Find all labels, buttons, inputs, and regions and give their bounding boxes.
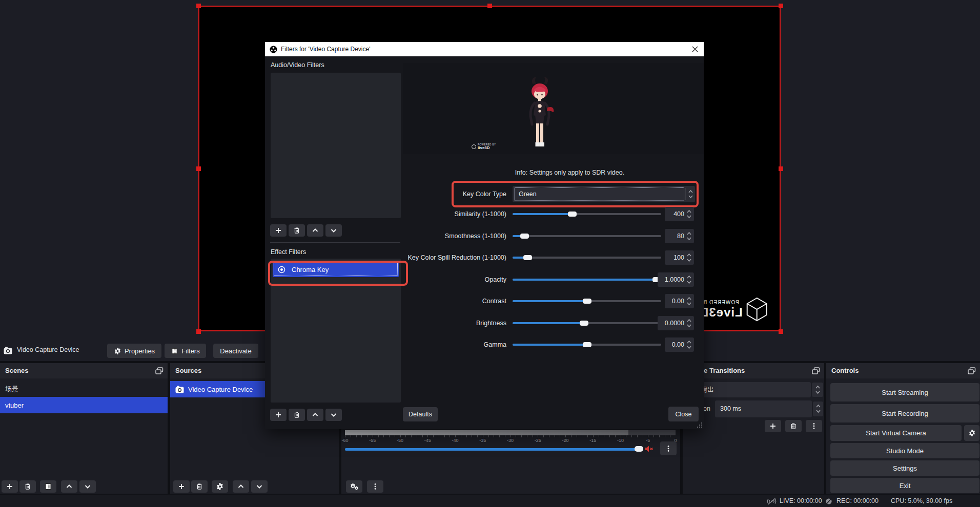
meter-tick-label: -5 <box>642 438 654 443</box>
record-status-icon <box>825 498 832 505</box>
move-effect-filter-down-button[interactable] <box>325 409 342 421</box>
slider-label: Smoothness (1-1000) <box>405 229 506 243</box>
slider-track[interactable] <box>513 257 661 259</box>
controls-panel-header: Controls <box>826 363 980 378</box>
duration-arrows[interactable] <box>813 402 823 416</box>
slider-value-input[interactable]: 100 <box>665 250 694 265</box>
meter-tick-label: -20 <box>559 438 571 443</box>
mixer-menu-button[interactable] <box>367 480 383 493</box>
selection-handle[interactable] <box>487 4 492 8</box>
start-streaming-button[interactable]: Start Streaming <box>830 383 979 402</box>
slider-track[interactable] <box>513 322 661 324</box>
move-source-down-button[interactable] <box>251 480 268 493</box>
meter-ticks <box>345 435 676 437</box>
mixer-options-button[interactable] <box>660 441 677 455</box>
chroma-key-highlight <box>268 261 408 286</box>
transition-menu-button[interactable] <box>806 420 822 432</box>
deactivate-button[interactable]: Deactivate <box>213 344 258 358</box>
slider-value-input[interactable]: 1.0000 <box>658 272 694 287</box>
move-source-up-button[interactable] <box>233 480 249 493</box>
slider-handle[interactable] <box>523 255 532 260</box>
slider-label: Gamma <box>405 337 506 352</box>
volume-slider[interactable] <box>345 448 637 451</box>
move-scene-down-button[interactable] <box>79 480 96 493</box>
vtuber-character <box>523 77 556 153</box>
defaults-button[interactable]: Defaults <box>403 407 438 421</box>
start-virtual-camera-button[interactable]: Start Virtual Camera <box>830 425 962 441</box>
live3d-cube-icon <box>746 297 768 322</box>
add-effect-filter-button[interactable] <box>270 409 287 421</box>
selection-handle[interactable] <box>196 4 201 8</box>
selected-source-label: Video Capture Device <box>17 346 79 353</box>
slider-handle[interactable] <box>583 342 591 347</box>
advanced-audio-button[interactable] <box>346 480 362 493</box>
mute-icon[interactable] <box>645 445 654 453</box>
add-transition-button[interactable] <box>765 420 781 432</box>
dialog-close-button-bottom[interactable]: Close <box>668 407 699 421</box>
add-scene-button[interactable] <box>2 480 18 493</box>
resize-grip[interactable] <box>697 422 703 428</box>
slider-value-input[interactable]: 400 <box>665 207 694 221</box>
filter-icon <box>171 347 178 355</box>
gear-icon <box>114 347 121 355</box>
slider-value-input[interactable]: 0.00 <box>665 337 694 352</box>
remove-av-filter-button[interactable] <box>289 224 305 237</box>
move-av-filter-down-button[interactable] <box>325 224 342 237</box>
slider-track[interactable] <box>513 279 661 281</box>
slider-handle[interactable] <box>583 299 591 304</box>
slider-track[interactable] <box>513 235 661 237</box>
popout-icon[interactable] <box>812 367 820 374</box>
transition-select[interactable]: 滑出 <box>687 382 811 397</box>
move-scene-up-button[interactable] <box>61 480 77 493</box>
av-filters-label: Audio/Video Filters <box>271 61 324 69</box>
selection-handle[interactable] <box>779 166 783 171</box>
source-properties-button[interactable] <box>212 480 228 493</box>
dialog-titlebar[interactable]: Filters for 'Video Capture Device' <box>265 42 704 56</box>
move-av-filter-up-button[interactable] <box>307 224 323 237</box>
slider-handle[interactable] <box>520 234 529 239</box>
slider-value-input[interactable]: 0.0000 <box>658 316 694 330</box>
selection-handle[interactable] <box>196 166 201 171</box>
camera-icon <box>175 386 184 393</box>
slider-track[interactable] <box>513 344 661 346</box>
remove-effect-filter-button[interactable] <box>289 409 305 421</box>
meter-tick-label: -30 <box>504 438 517 443</box>
exit-button[interactable]: Exit <box>830 478 979 493</box>
virtual-camera-config-button[interactable] <box>964 425 979 441</box>
slider-value-input[interactable]: 0.00 <box>665 294 694 308</box>
popout-icon[interactable] <box>155 367 164 374</box>
scene-filters-button[interactable] <box>40 480 56 493</box>
slider-handle[interactable] <box>568 212 577 217</box>
av-filters-list[interactable] <box>271 73 401 218</box>
remove-transition-button[interactable] <box>785 420 802 432</box>
filters-button[interactable]: Filters <box>165 344 206 358</box>
meter-tick-label: -10 <box>615 438 627 443</box>
effect-filters-label: Effect Filters <box>271 248 306 256</box>
key-color-type-highlight <box>452 181 699 207</box>
add-source-button[interactable] <box>173 480 190 493</box>
slider-track[interactable] <box>513 300 661 302</box>
meter-tick-label: -15 <box>587 438 599 443</box>
selection-handle[interactable] <box>779 4 783 8</box>
scenes-title: Scenes <box>5 367 29 374</box>
remove-scene-button[interactable] <box>19 480 36 493</box>
remove-source-button[interactable] <box>191 480 208 493</box>
settings-button[interactable]: Settings <box>830 460 979 476</box>
transition-select-arrows[interactable] <box>812 383 823 397</box>
slider-track[interactable] <box>513 213 661 215</box>
add-av-filter-button[interactable] <box>270 224 287 237</box>
start-recording-button[interactable]: Start Recording <box>830 404 979 422</box>
move-effect-filter-up-button[interactable] <box>307 409 323 421</box>
volume-slider-handle[interactable] <box>635 446 643 452</box>
properties-button[interactable]: Properties <box>107 344 161 358</box>
studio-mode-button[interactable]: Studio Mode <box>830 443 979 458</box>
transition-duration-input[interactable]: 300 ms <box>715 400 812 417</box>
preview-watermark: POWERED BY live3D <box>472 143 496 150</box>
scene-list-item[interactable]: 场景 <box>0 381 168 397</box>
meter-tick-label: -60 <box>339 438 351 443</box>
dialog-close-button[interactable] <box>691 46 699 53</box>
slider-value-input[interactable]: 80 <box>665 229 694 243</box>
scene-list-item[interactable]: vtuber <box>0 397 168 413</box>
slider-handle[interactable] <box>580 321 588 326</box>
popout-icon[interactable] <box>968 367 976 374</box>
